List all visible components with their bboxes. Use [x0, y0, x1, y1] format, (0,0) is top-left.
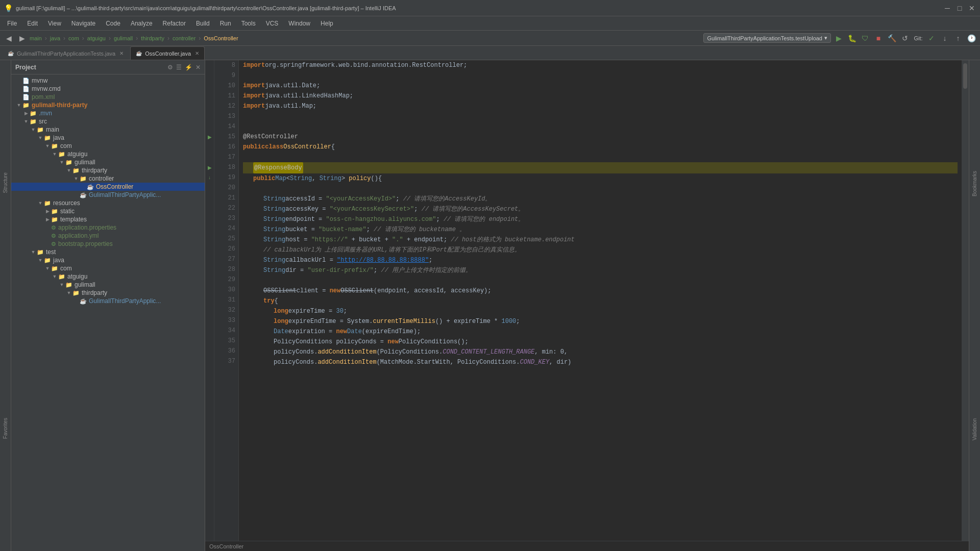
menu-vcs[interactable]: VCS — [261, 18, 284, 29]
tree-item-mvn[interactable]: ▶ 📁 .mvn — [11, 109, 205, 117]
code-line-35: PolicyConditions policyConds = new Polic… — [243, 337, 958, 347]
tabs-bar: ☕ GulimallThirdPartyApplicationTests.jav… — [0, 46, 980, 60]
run-button[interactable]: ▶ — [833, 33, 844, 44]
tab-close-active-button[interactable]: ✕ — [195, 51, 199, 56]
git-update-button[interactable]: ↓ — [939, 33, 950, 44]
nav-back-button[interactable]: ◀ — [3, 33, 14, 44]
tree-item-gulimall-third-party[interactable]: ▼ 📁 gulimall-third-party — [11, 101, 205, 109]
menu-edit[interactable]: Edit — [22, 18, 43, 29]
tree-item-mvnwcmd[interactable]: 📄 mvnw.cmd — [11, 85, 205, 93]
breadcrumb-osscontroller[interactable]: OssController — [204, 35, 238, 41]
run-marker-17[interactable]: ▶ — [205, 162, 214, 172]
tree-item-gulimall-app[interactable]: ☕ GulimallThirdPartyApplic... — [11, 191, 205, 199]
nav-forward-button[interactable]: ▶ — [16, 33, 28, 44]
tree-item-bootstrap[interactable]: ⚙ bootstrap.properties — [11, 240, 205, 248]
menu-tools[interactable]: Tools — [236, 18, 261, 29]
folder-icon: 📁 — [72, 290, 80, 296]
tree-item-app-properties[interactable]: ⚙ application.properties — [11, 223, 205, 232]
run-with-coverage-button[interactable]: 🛡 — [860, 33, 871, 44]
tree-item-test-atguigu[interactable]: ▼ 📁 atguigu — [11, 272, 205, 281]
run-marker-15[interactable]: ▶ — [205, 132, 214, 142]
code-line-22: String accessKey = "<yourAccessKeySecret… — [243, 204, 958, 214]
tree-item-pomxml[interactable]: 📄 pom.xml — [11, 93, 205, 101]
tree-item-thirdparty[interactable]: ▼ 📁 thirdparty — [11, 166, 205, 174]
code-line-27: String callbackUrl = "http://88.88.88.88… — [243, 255, 958, 265]
tree-item-test-java[interactable]: ▼ 📁 java — [11, 256, 205, 264]
tree-item-controller[interactable]: ▼ 📁 controller — [11, 174, 205, 183]
tab-osscontroller[interactable]: ☕ OssController.java ✕ — [130, 46, 205, 60]
menu-view[interactable]: View — [43, 18, 66, 29]
tree-item-gulimall[interactable]: ▼ 📁 gulimall — [11, 158, 205, 166]
tree-item-mvnw[interactable]: 📄 mvnw — [11, 77, 205, 85]
debug-button[interactable]: 🐛 — [846, 33, 857, 44]
breadcrumb-thirdparty[interactable]: thirdparty — [141, 35, 164, 41]
menu-window[interactable]: Window — [283, 18, 315, 29]
sync-button[interactable]: ↺ — [899, 33, 911, 44]
breadcrumb-atguigu[interactable]: atguigu — [87, 35, 106, 41]
folder-icon: 📁 — [37, 127, 44, 133]
menu-help[interactable]: Help — [315, 18, 338, 29]
structure-panel-tab[interactable]: Structure — [2, 169, 9, 196]
tree-item-app-yml[interactable]: ⚙ application.yml — [11, 232, 205, 240]
tree-item-osscontroller[interactable]: ☕ OssController — [11, 183, 205, 191]
tree-item-src[interactable]: ▼ 📁 src — [11, 117, 205, 126]
tree-item-static[interactable]: ▶ 📁 static — [11, 207, 205, 215]
maximize-button[interactable]: □ — [955, 4, 964, 12]
close-button[interactable]: ✕ — [968, 4, 976, 12]
tree-item-test[interactable]: ▼ 📁 test — [11, 248, 205, 256]
code-line-34: Date expiration = new Date(expireEndTime… — [243, 327, 958, 337]
tree-item-atguigu[interactable]: ▼ 📁 atguigu — [11, 150, 205, 158]
tree-item-test-com[interactable]: ▼ 📁 com — [11, 264, 205, 272]
folder-icon: 📁 — [30, 110, 37, 117]
project-collapse-icon[interactable]: ☰ — [176, 64, 182, 71]
breadcrumb-controller[interactable]: controller — [173, 35, 195, 41]
tab-gulimall-tests[interactable]: ☕ GulimallThirdPartyApplicationTests.jav… — [2, 46, 129, 60]
tree-item-test-gulimall[interactable]: ▼ 📁 gulimall — [11, 281, 205, 289]
code-content[interactable]: import org.springframework.web.bind.anno… — [239, 60, 962, 541]
code-line-21: String accessId = "<yourAccessKeyId>"; /… — [243, 194, 958, 204]
title-bar: 💡 gulimall [F:\gulimall] – ...\gulimall-… — [0, 0, 980, 16]
breadcrumb-gulimall[interactable]: gulimall — [114, 35, 133, 41]
code-line-32: long expireTime = 30; — [243, 306, 958, 316]
tree-item-java[interactable]: ▼ 📁 java — [11, 134, 205, 142]
tree-item-com[interactable]: ▼ 📁 com — [11, 142, 205, 150]
editor-scrollbar[interactable] — [962, 60, 969, 541]
java-class-icon-2: ☕ — [80, 192, 87, 198]
window-controls: ─ □ ✕ — [943, 4, 976, 12]
tree-item-test-app[interactable]: ☕ GulimallThirdPartyApplic... — [11, 297, 205, 305]
git-label: Git: — [913, 33, 924, 44]
breadcrumb-com[interactable]: com — [68, 35, 79, 41]
run-config-selector[interactable]: GulimallThirdPartyApplicationTests.testU… — [703, 33, 831, 43]
tree-item-test-thirdparty[interactable]: ▼ 📁 thirdparty — [11, 289, 205, 297]
menu-analyze[interactable]: Analyze — [126, 18, 158, 29]
breadcrumb-java[interactable]: java — [50, 35, 60, 41]
git-check-button[interactable]: ✓ — [926, 33, 937, 44]
menu-run[interactable]: Run — [215, 18, 236, 29]
menu-build[interactable]: Build — [191, 18, 215, 29]
build-button[interactable]: 🔨 — [886, 33, 897, 44]
minimize-button[interactable]: ─ — [943, 4, 951, 12]
project-sync-icon[interactable]: ⚙ — [167, 64, 173, 71]
code-line-17 — [243, 152, 958, 162]
menu-code[interactable]: Code — [101, 18, 126, 29]
git-push-button[interactable]: ↑ — [952, 33, 964, 44]
bookmarks-panel-tab[interactable]: Bookmarks — [971, 168, 978, 199]
stop-button[interactable]: ■ — [873, 33, 884, 44]
project-close-icon[interactable]: ✕ — [195, 64, 201, 71]
menu-refactor[interactable]: Refactor — [158, 18, 191, 29]
code-line-19: public Map<String, String> policy(){ — [243, 173, 958, 184]
folder-icon: 📁 — [22, 102, 30, 109]
favorites-panel-tab[interactable]: Favorites — [2, 415, 9, 442]
breadcrumb-main[interactable]: main — [30, 35, 42, 41]
validation-panel-tab[interactable]: Validation — [971, 415, 978, 443]
tree-item-templates[interactable]: ▶ 📁 templates — [11, 215, 205, 223]
git-history-button[interactable]: 🕐 — [966, 33, 977, 44]
tab-close-button[interactable]: ✕ — [119, 51, 124, 56]
tree-item-main[interactable]: ▼ 📁 main — [11, 126, 205, 134]
file-icon: 📄 — [22, 86, 30, 92]
code-editor[interactable]: ▶ ▶ ↓ 8 9 10 11 12 13 14 15 16 17 18 19 … — [205, 60, 969, 541]
tree-item-resources[interactable]: ▼ 📁 resources — [11, 199, 205, 207]
project-settings-icon[interactable]: ⚡ — [185, 64, 192, 71]
menu-file[interactable]: File — [2, 18, 22, 29]
menu-navigate[interactable]: Navigate — [66, 18, 101, 29]
